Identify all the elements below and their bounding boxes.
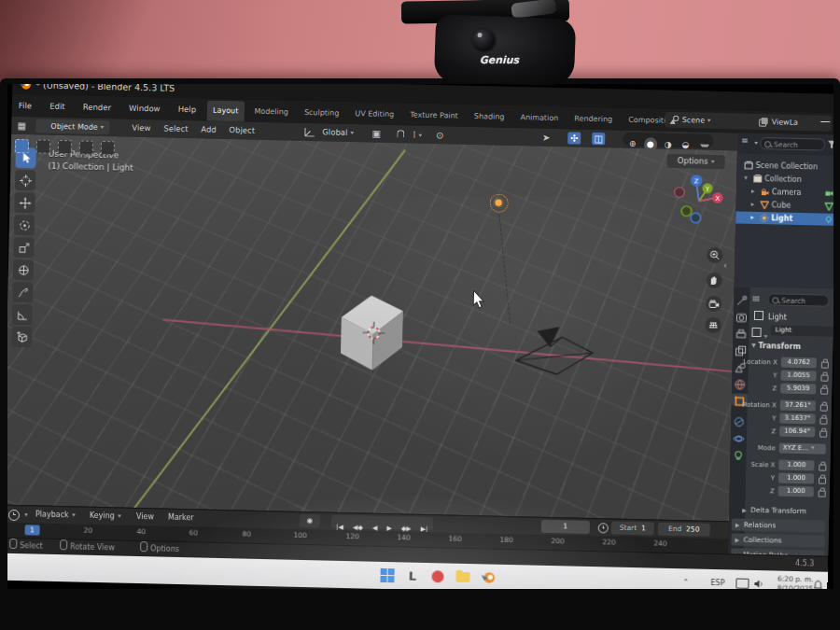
camera-object[interactable] bbox=[510, 323, 595, 379]
outliner-row-collection[interactable]: ▾ Collection bbox=[736, 172, 833, 186]
snapping-dropdown[interactable]: ⁞ bbox=[411, 129, 424, 141]
overlays-toggle[interactable]: ✣ bbox=[567, 132, 581, 144]
light-object[interactable] bbox=[489, 193, 508, 212]
tab-render-icon[interactable] bbox=[735, 309, 748, 321]
panel-delta-transform[interactable]: ▶Delta Transform bbox=[738, 504, 825, 518]
tray-expand-icon[interactable]: ⌃ bbox=[682, 568, 689, 589]
lock-icon[interactable] bbox=[819, 491, 826, 497]
menu-view[interactable]: View bbox=[125, 119, 158, 138]
lock-icon[interactable] bbox=[819, 431, 827, 438]
panel-collections[interactable]: ▶Collections bbox=[731, 533, 824, 547]
navigation-gizmo[interactable]: Z Y X bbox=[668, 170, 729, 231]
pivot-point-dropdown[interactable]: ▣ bbox=[370, 128, 383, 140]
proportional-editing-icon[interactable]: ⊙ bbox=[433, 129, 446, 141]
scene-selector[interactable]: Scene bbox=[665, 112, 763, 130]
menu-window[interactable]: Window bbox=[122, 98, 167, 119]
volume-icon[interactable] bbox=[750, 576, 766, 589]
options-dropdown[interactable]: Options bbox=[667, 154, 725, 169]
tab-view-layer-icon[interactable] bbox=[735, 343, 747, 355]
lock-icon[interactable] bbox=[819, 465, 826, 471]
menu-render[interactable]: Render bbox=[77, 96, 119, 118]
blender-taskbar-icon[interactable] bbox=[480, 569, 496, 585]
tool-cursor[interactable] bbox=[15, 170, 35, 190]
location-y-field[interactable]: 1.0055 bbox=[780, 371, 816, 382]
tool-scale[interactable] bbox=[13, 237, 34, 258]
current-frame-field[interactable]: 1 bbox=[541, 520, 590, 534]
tab-layout[interactable]: Layout bbox=[207, 101, 245, 122]
rotation-mode-dropdown[interactable]: XYZ E... bbox=[779, 443, 826, 455]
orientation-dropdown[interactable]: Global bbox=[315, 123, 361, 142]
scale-y-field[interactable]: 1.000 bbox=[778, 473, 814, 484]
tab-animation[interactable]: Animation bbox=[514, 107, 564, 129]
start-button[interactable] bbox=[379, 567, 395, 583]
lock-icon[interactable] bbox=[819, 478, 826, 484]
object-name-field[interactable]: Light bbox=[771, 325, 833, 337]
tool-rotate[interactable] bbox=[14, 215, 35, 235]
outliner-row-cube[interactable]: ▸ Cube bbox=[736, 198, 833, 212]
show-gizmo-dropdown[interactable]: ➤ bbox=[539, 132, 553, 144]
menu-select[interactable]: Select bbox=[157, 119, 195, 138]
outliner-row-scene-collection[interactable]: Scene Collection bbox=[736, 159, 833, 173]
expand-chevron-icon[interactable]: ▸ bbox=[750, 212, 754, 224]
object-mode-dropdown[interactable]: Object Mode bbox=[35, 119, 110, 134]
outliner-row-light[interactable]: ▸ Light bbox=[735, 211, 833, 225]
xray-toggle[interactable]: ◫ bbox=[592, 133, 605, 145]
tab-rendering[interactable]: Rendering bbox=[568, 108, 618, 130]
tool-transform[interactable] bbox=[13, 259, 34, 280]
menu-view[interactable]: View bbox=[130, 509, 161, 526]
menu-file[interactable]: File bbox=[12, 95, 39, 117]
taskbar-app-l-icon[interactable]: L bbox=[404, 567, 420, 583]
menu-help[interactable]: Help bbox=[171, 99, 203, 120]
select-mode-extend-icon[interactable] bbox=[36, 139, 50, 153]
menu-keying[interactable]: Keying bbox=[83, 508, 128, 525]
menu-add[interactable]: Add bbox=[194, 120, 223, 139]
file-explorer-icon[interactable] bbox=[455, 569, 470, 585]
tool-move[interactable] bbox=[14, 192, 35, 213]
select-mode-invert-icon[interactable] bbox=[79, 140, 93, 154]
expand-chevron-icon[interactable]: ▾ bbox=[744, 173, 748, 185]
rotation-y-field[interactable]: 3.1637° bbox=[779, 413, 815, 425]
expand-chevron-icon[interactable]: ▸ bbox=[751, 199, 755, 211]
lock-icon[interactable] bbox=[820, 405, 828, 412]
select-mode-intersect-icon[interactable] bbox=[101, 141, 115, 155]
start-frame-field[interactable]: Start 1 bbox=[611, 521, 654, 535]
expand-chevron-icon[interactable]: ▸ bbox=[751, 186, 755, 198]
language-indicator[interactable]: ESP bbox=[710, 569, 725, 589]
snap-magnet-icon[interactable] bbox=[396, 128, 405, 140]
tab-output-icon[interactable] bbox=[735, 326, 747, 338]
tab-sculpting[interactable]: Sculpting bbox=[299, 103, 345, 124]
properties-search[interactable]: Search bbox=[767, 293, 829, 306]
outliner-row-camera[interactable]: ▸ Camera bbox=[736, 185, 833, 199]
display-tray-icon[interactable] bbox=[734, 576, 749, 589]
filter-icon[interactable] bbox=[828, 141, 833, 149]
taskbar-app-record-icon[interactable] bbox=[429, 568, 445, 584]
lock-icon[interactable] bbox=[821, 362, 829, 369]
tool-add-cube[interactable] bbox=[11, 327, 32, 347]
rotation-z-field[interactable]: 106.94° bbox=[779, 427, 815, 438]
panel-relations[interactable]: ▶Relations bbox=[732, 518, 825, 532]
select-mode-set-icon[interactable] bbox=[15, 139, 29, 153]
rotation-x-field[interactable]: 37.261° bbox=[780, 400, 816, 412]
outliner-search[interactable]: Search bbox=[760, 137, 825, 151]
current-frame-indicator[interactable]: 1 bbox=[24, 525, 39, 535]
lock-icon[interactable] bbox=[820, 388, 828, 395]
tab-uv-editing[interactable]: UV Editing bbox=[349, 104, 399, 125]
timeline-editor-icon[interactable] bbox=[8, 510, 20, 521]
display-mode-icon[interactable]: ≡ bbox=[741, 136, 749, 146]
transform-panel-header[interactable]: ▼ Transform bbox=[751, 342, 801, 351]
sidebar-collapse-icon[interactable]: ‹ bbox=[723, 260, 727, 270]
tool-annotate[interactable] bbox=[12, 282, 33, 302]
lock-icon[interactable] bbox=[819, 418, 827, 425]
menu-playback[interactable]: Playback bbox=[29, 506, 82, 524]
viewport-canvas[interactable]: User Perspective (1) Collection | Light bbox=[7, 134, 737, 522]
tab-tool-icon[interactable] bbox=[735, 292, 748, 304]
end-frame-field[interactable]: End 250 bbox=[658, 523, 710, 537]
scale-x-field[interactable]: 1.000 bbox=[778, 460, 814, 471]
location-x-field[interactable]: 4.0762 bbox=[781, 357, 817, 369]
tool-measure[interactable] bbox=[12, 304, 33, 325]
location-z-field[interactable]: 5.9039 bbox=[780, 384, 816, 395]
menu-edit[interactable]: Edit bbox=[43, 96, 72, 118]
notification-bell-icon[interactable] bbox=[809, 577, 825, 589]
clock-tray[interactable]: 6:20 p. m. 8/10/2025 bbox=[766, 574, 813, 589]
properties-display-icon[interactable]: ▤ bbox=[752, 294, 760, 302]
